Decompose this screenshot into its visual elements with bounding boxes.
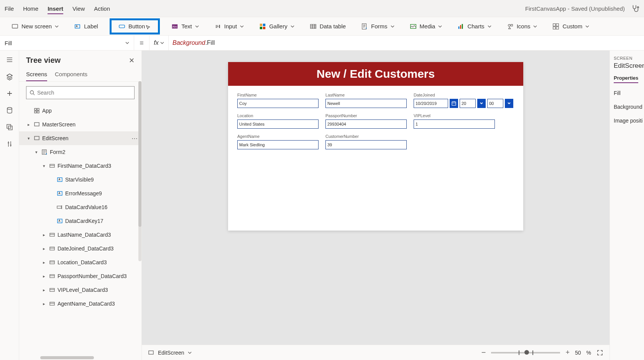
vip-input[interactable]: 1 [414, 119, 495, 129]
button-button[interactable]: Button [110, 18, 160, 34]
prop-image-position[interactable]: Image positi [614, 118, 640, 124]
database-icon[interactable] [6, 106, 13, 114]
custno-input[interactable]: 39 [325, 140, 407, 149]
charts-button[interactable]: Charts [453, 21, 495, 32]
menu-view[interactable]: View [72, 3, 85, 14]
tree-title: Tree view [26, 56, 61, 65]
caret-closed-icon[interactable]: ▸ [41, 288, 47, 293]
property-dropdown[interactable]: Fill [0, 36, 134, 50]
hamburger-icon[interactable] [6, 56, 13, 64]
lastname-input[interactable]: Newell [325, 99, 407, 108]
fullscreen-icon[interactable] [596, 349, 603, 356]
formula-input[interactable]: Background.Fill [169, 36, 644, 50]
table-icon [310, 23, 317, 30]
tree-node-firstname-datacard3[interactable]: ▾FirstName_DataCard3 [19, 159, 141, 173]
agent-input[interactable]: Mark Siedling [237, 140, 319, 149]
media-button[interactable]: Media [406, 21, 446, 32]
caret-closed-icon[interactable]: ▸ [41, 260, 47, 265]
tree-node-viplevel-datacard3[interactable]: ▸VIPLevel_DataCard3 [19, 283, 141, 297]
data-table-button[interactable]: Data table [306, 21, 350, 32]
datejoined-input[interactable]: 10/20/2019 [414, 99, 448, 108]
prop-background[interactable]: Background [614, 104, 640, 110]
caret-closed-icon[interactable]: ▸ [41, 232, 47, 237]
search-input[interactable] [37, 90, 131, 96]
caret-closed-icon[interactable]: ▸ [41, 301, 47, 306]
tab-components[interactable]: Components [55, 68, 87, 81]
text-button[interactable]: Abc Text [168, 21, 203, 32]
card-icon [49, 301, 55, 307]
tools-icon[interactable] [6, 140, 13, 148]
minute-dropdown-button[interactable] [505, 99, 513, 108]
menu-home[interactable]: Home [23, 3, 38, 14]
tab-screens[interactable]: Screens [26, 68, 47, 81]
menu-insert[interactable]: Insert [48, 3, 63, 14]
location-input[interactable]: United States [237, 119, 319, 129]
prop-fill[interactable]: Fill [614, 90, 640, 96]
vip-label: VIPLevel [414, 113, 495, 118]
fx-button[interactable]: fx [150, 36, 169, 50]
caret-open-icon[interactable]: ▾ [34, 150, 39, 155]
firstname-input[interactable]: Coy [237, 99, 319, 108]
ribbon: New screen Label Button Abc Text Input G… [0, 17, 644, 35]
tree-node-app[interactable]: ▸App [19, 104, 141, 118]
gallery-button[interactable]: Gallery [255, 21, 298, 32]
calendar-button[interactable] [450, 99, 458, 108]
svg-rect-18 [462, 24, 463, 29]
zoom-thumb[interactable] [524, 350, 529, 355]
properties-tab[interactable]: Properties [614, 75, 638, 83]
main: Tree view ✕ Screens Components ▸App▸Mast… [0, 51, 644, 360]
chevron-down-icon [55, 25, 59, 28]
more-icon[interactable]: ⋯ [131, 135, 138, 142]
new-screen-button[interactable]: New screen [8, 21, 62, 32]
screen-header: New / Edit Customers [228, 62, 523, 86]
chevron-down-icon[interactable] [188, 351, 192, 355]
horizontal-scrollbar[interactable] [40, 356, 94, 359]
custom-label: Custom [562, 23, 582, 29]
plus-icon[interactable] [6, 90, 13, 97]
hour-select[interactable]: 20 [460, 99, 476, 108]
canvas-area: New / Edit Customers FirstName Coy LastN… [142, 51, 610, 360]
tree-node-starvisible9[interactable]: ▸StarVisible9 [19, 173, 141, 187]
tree-node-lastname-datacard3[interactable]: ▸LastName_DataCard3 [19, 228, 141, 242]
layers-icon[interactable] [6, 73, 13, 80]
hour-dropdown-button[interactable] [477, 99, 486, 108]
zoom-in-button[interactable]: + [565, 349, 570, 357]
tree-node-masterscreen[interactable]: ▸MasterScreen [19, 118, 141, 131]
tree-node-label: AgentName_DataCard3 [58, 301, 115, 307]
caret-open-icon[interactable]: ▾ [26, 136, 31, 141]
minute-select[interactable]: 00 [487, 99, 503, 108]
media-rail-icon[interactable] [6, 123, 13, 131]
close-icon[interactable]: ✕ [129, 56, 135, 65]
tree-node-editscreen[interactable]: ▾EditScreen⋯ [19, 131, 141, 145]
menu-file[interactable]: File [5, 3, 14, 14]
caret-closed-icon[interactable]: ▸ [41, 246, 47, 251]
tree-node-datejoined-datacard3[interactable]: ▸DateJoined_DataCard3 [19, 242, 141, 255]
button-icon [118, 23, 125, 30]
menu-action[interactable]: Action [94, 3, 110, 14]
zoom-slider[interactable] [491, 352, 560, 353]
canvas-viewport[interactable]: New / Edit Customers FirstName Coy LastN… [142, 51, 610, 345]
canvas-screen[interactable]: New / Edit Customers FirstName Coy LastN… [228, 62, 523, 231]
caret-open-icon[interactable]: ▾ [41, 164, 47, 169]
tree-node-form2[interactable]: ▾Form2 [19, 145, 141, 159]
tree-node-errormessage9[interactable]: ▸ErrorMessage9 [19, 187, 141, 200]
icons-button[interactable]: Icons [503, 21, 541, 32]
caret-closed-icon[interactable]: ▸ [41, 274, 47, 279]
tree-node-datacardkey17[interactable]: ▸DataCardKey17 [19, 214, 141, 228]
forms-button[interactable]: Forms [357, 21, 398, 32]
tree-node-label: DataCardValue16 [65, 204, 107, 210]
caret-closed-icon[interactable]: ▸ [26, 122, 31, 127]
health-icon[interactable] [631, 4, 639, 13]
tree-node-location-datacard3[interactable]: ▸Location_DataCard3 [19, 255, 141, 269]
passport-input[interactable]: 29930404 [325, 119, 407, 129]
tree-node-agentname-datacard3[interactable]: ▸AgentName_DataCard3 [19, 297, 141, 311]
scrollbar-thumb[interactable] [138, 81, 141, 227]
tree-node-passportnumber-datacard3[interactable]: ▸PassportNumber_DataCard3 [19, 269, 141, 283]
new-screen-label: New screen [21, 23, 52, 29]
label-button[interactable]: Label [70, 21, 102, 32]
tree-node-datacardvalue16[interactable]: ▸DataCardValue16 [19, 200, 141, 214]
zoom-out-button[interactable]: − [481, 348, 486, 357]
tree-search[interactable] [26, 86, 135, 99]
custom-button[interactable]: Custom [549, 21, 593, 32]
input-button[interactable]: Input [210, 21, 248, 32]
